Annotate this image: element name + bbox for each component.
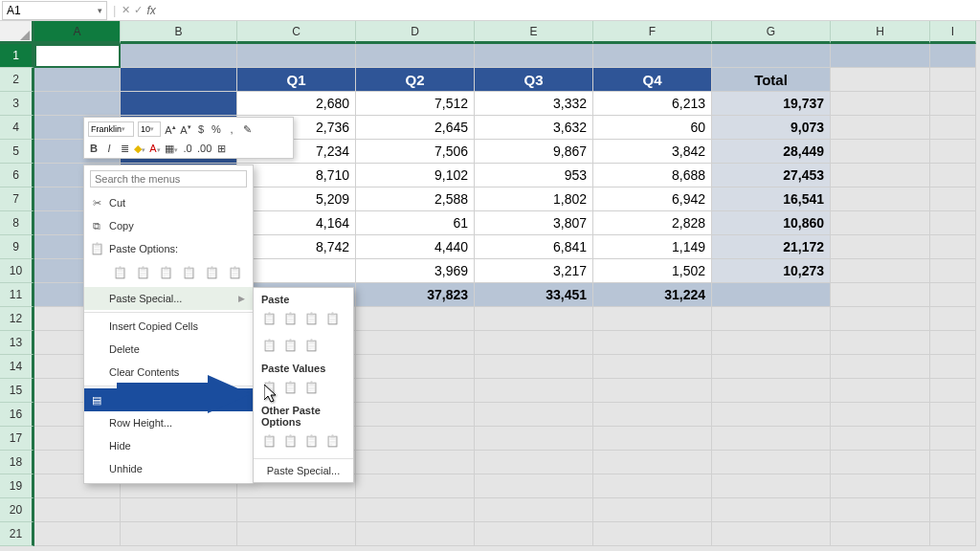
paste-values-source-icon[interactable] [301,378,321,397]
cell-c6[interactable]: 8,710 [237,164,356,187]
row-header-6[interactable]: 6 [0,164,34,187]
cell-h3[interactable] [831,92,930,116]
cell-d8[interactable]: 61 [356,211,475,235]
cell-g5[interactable]: 28,449 [712,140,831,164]
row-header-3[interactable]: 3 [0,92,34,116]
cell-d10[interactable]: 3,969 [356,259,475,283]
merge-icon[interactable]: ⊞ [215,143,227,155]
cell-i21[interactable] [930,522,976,546]
col-header-f[interactable]: F [593,21,712,44]
cell-d1[interactable] [356,44,475,68]
cell-c1[interactable] [237,44,356,68]
cell-e14[interactable] [475,355,593,379]
cell-f1[interactable] [593,44,712,68]
cell-f8[interactable]: 2,828 [593,211,712,235]
format-cells-menu-item[interactable]: ▤ [84,388,253,411]
cell-i17[interactable] [930,427,976,451]
cell-i16[interactable] [930,403,976,427]
col-header-h[interactable]: H [831,21,930,44]
cell-g9[interactable]: 21,172 [712,235,831,259]
row-headers[interactable]: 1 2 3 4 5 6 7 8 9 10 11 12 13 14 15 16 1… [0,44,34,546]
cell-f14[interactable] [593,355,712,379]
paste-formulas-icon[interactable] [155,262,176,283]
cell-e6[interactable]: 953 [475,164,593,187]
cell-g21[interactable] [712,522,831,546]
col-header-i[interactable]: I [930,21,976,44]
row-header-9[interactable]: 9 [0,235,34,259]
cell-h16[interactable] [831,403,930,427]
cell-g2[interactable]: Total [712,68,831,92]
cell-h10[interactable] [831,259,930,283]
cell-c7[interactable]: 5,209 [237,187,356,211]
row-header-19[interactable]: 19 [0,474,34,498]
cell-f9[interactable]: 1,149 [593,235,712,259]
paste-link-sub-icon[interactable] [280,431,300,451]
cell-f11[interactable]: 31,224 [593,283,712,307]
cell-i1[interactable] [930,44,976,68]
cell-f6[interactable]: 8,688 [593,164,712,187]
cell-e7[interactable]: 1,802 [475,187,593,211]
cell-d18[interactable] [356,451,475,474]
paste-no-borders-icon[interactable] [259,336,278,355]
cell-e16[interactable] [475,403,593,427]
row-header-10[interactable]: 10 [0,259,34,283]
cell-f15[interactable] [593,379,712,403]
cell-c10[interactable] [237,259,356,283]
comma-icon[interactable]: , [226,123,237,135]
cell-a2[interactable] [34,68,121,92]
cell-h18[interactable] [831,451,930,474]
cell-d9[interactable]: 4,440 [356,235,475,259]
cell-f13[interactable] [593,331,712,355]
paste-column-widths-icon[interactable] [280,336,300,355]
paste-link-icon[interactable] [224,262,245,283]
cell-b21[interactable] [121,522,237,546]
col-header-d[interactable]: D [356,21,475,44]
paste-picture-icon[interactable] [301,431,321,451]
column-headers[interactable]: A B C D E F G H I [34,21,976,44]
row-header-20[interactable]: 20 [0,498,34,522]
align-icon[interactable]: ≣ [119,143,130,155]
cell-g7[interactable]: 16,541 [712,187,831,211]
cell-e1[interactable] [475,44,593,68]
cell-d21[interactable] [356,522,475,546]
row-header-5[interactable]: 5 [0,140,34,164]
cell-e15[interactable] [475,379,593,403]
cell-g10[interactable]: 10,273 [712,259,831,283]
clear-contents-menu-item[interactable]: Clear Contents [84,361,253,384]
increase-font-icon[interactable]: A▴ [165,123,176,136]
cell-i20[interactable] [930,498,976,522]
cell-d4[interactable]: 2,645 [356,116,475,140]
row-header-2[interactable]: 2 [0,68,34,92]
cell-a1[interactable] [34,44,121,68]
menu-search-field[interactable] [90,170,247,187]
cell-g3[interactable]: 19,737 [712,92,831,116]
cell-d3[interactable]: 7,512 [356,92,475,116]
cell-b1[interactable] [121,44,237,68]
cell-g20[interactable] [712,498,831,522]
paste-formulas-formatting-icon[interactable] [301,309,321,328]
cell-i7[interactable] [930,187,976,211]
cell-h17[interactable] [831,427,930,451]
cell-g4[interactable]: 9,073 [712,116,831,140]
cell-f5[interactable]: 3,842 [593,140,712,164]
cell-e4[interactable]: 3,632 [475,116,593,140]
cell-f10[interactable]: 1,502 [593,259,712,283]
cell-c3[interactable]: 2,680 [237,92,356,116]
decrease-font-icon[interactable]: A▾ [180,123,191,136]
cell-h13[interactable] [831,331,930,355]
col-header-g[interactable]: G [712,21,831,44]
cell-d13[interactable] [356,331,475,355]
cell-g12[interactable] [712,307,831,331]
paste-linked-picture-icon[interactable] [323,431,342,451]
cell-f17[interactable] [593,427,712,451]
cell-f7[interactable]: 6,942 [593,187,712,211]
cell-e2[interactable]: Q3 [475,68,593,92]
cell-d6[interactable]: 9,102 [356,164,475,187]
paste-values-icon[interactable] [132,262,153,283]
row-header-18[interactable]: 18 [0,451,34,474]
row-header-14[interactable]: 14 [0,355,34,379]
row-header-13[interactable]: 13 [0,331,34,355]
cell-d17[interactable] [356,427,475,451]
cell-i13[interactable] [930,331,976,355]
cell-i4[interactable] [930,116,976,140]
